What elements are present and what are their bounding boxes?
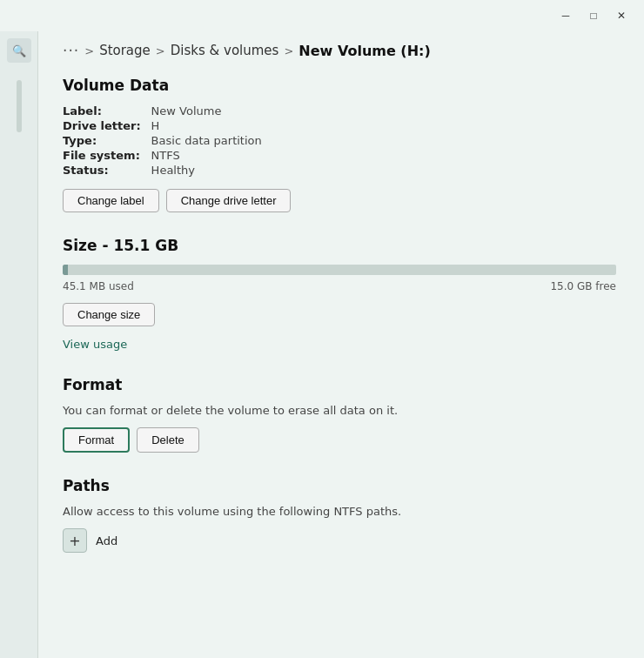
title-bar: ─ □ ✕ <box>0 0 644 31</box>
add-path-row: + Add <box>63 528 616 553</box>
format-section: Format You can format or delete the volu… <box>63 376 616 453</box>
breadcrumb-ellipsis[interactable]: ··· <box>63 42 79 59</box>
window: ─ □ ✕ 🔍 ··· > Storage > Disks & volumes … <box>0 0 644 658</box>
type-label: Type: <box>63 134 141 147</box>
volume-data-section: Volume Data Label: New Volume Drive lett… <box>63 77 616 212</box>
size-progress-fill <box>63 265 68 275</box>
sidebar: 🔍 <box>0 31 38 658</box>
sidebar-scrollbar <box>17 80 22 132</box>
change-label-button[interactable]: Change label <box>63 189 159 212</box>
breadcrumb-sep-3: > <box>284 44 293 57</box>
drive-letter-label: Drive letter: <box>63 119 141 132</box>
paths-title: Paths <box>63 477 616 494</box>
size-progress-bar <box>63 265 616 275</box>
file-system-value: NTFS <box>151 149 616 162</box>
used-label: 45.1 MB used <box>63 280 134 292</box>
add-label: Add <box>96 534 117 547</box>
breadcrumb-disks-volumes[interactable]: Disks & volumes <box>171 43 279 58</box>
breadcrumb-current: New Volume (H:) <box>299 43 430 59</box>
search-icon[interactable]: 🔍 <box>7 38 31 63</box>
paths-description: Allow access to this volume using the fo… <box>63 505 616 518</box>
format-description: You can format or delete the volume to e… <box>63 404 616 417</box>
type-value: Basic data partition <box>151 134 616 147</box>
minimize-button[interactable]: ─ <box>553 7 578 24</box>
format-title: Format <box>63 376 616 393</box>
size-title: Size - 15.1 GB <box>63 237 616 254</box>
change-drive-letter-button[interactable]: Change drive letter <box>166 189 292 212</box>
volume-data-table: Label: New Volume Drive letter: H Type: … <box>63 104 616 177</box>
format-button[interactable]: Format <box>63 427 130 453</box>
volume-data-buttons: Change label Change drive letter <box>63 189 616 212</box>
paths-section: Paths Allow access to this volume using … <box>63 477 616 553</box>
change-size-button[interactable]: Change size <box>63 303 155 326</box>
file-system-label: File system: <box>63 149 141 162</box>
add-path-button[interactable]: + <box>63 528 87 553</box>
free-label: 15.0 GB free <box>550 280 616 292</box>
status-label: Status: <box>63 164 141 177</box>
view-usage-link[interactable]: View usage <box>63 338 127 351</box>
label-label: Label: <box>63 104 141 118</box>
size-section: Size - 15.1 GB 45.1 MB used 15.0 GB free… <box>63 237 616 352</box>
breadcrumb-sep-1: > <box>84 44 94 57</box>
size-labels: 45.1 MB used 15.0 GB free <box>63 280 616 292</box>
breadcrumb-sep-2: > <box>156 44 165 57</box>
main-content: ··· > Storage > Disks & volumes > New Vo… <box>38 31 644 658</box>
drive-letter-value: H <box>151 119 616 132</box>
format-buttons: Format Delete <box>63 427 616 453</box>
volume-data-title: Volume Data <box>63 77 616 94</box>
status-value: Healthy <box>151 164 616 177</box>
delete-button[interactable]: Delete <box>137 427 199 453</box>
breadcrumb: ··· > Storage > Disks & volumes > New Vo… <box>63 42 616 59</box>
size-buttons: Change size <box>63 303 616 326</box>
breadcrumb-storage[interactable]: Storage <box>99 43 151 58</box>
maximize-button[interactable]: □ <box>581 7 606 24</box>
label-value: New Volume <box>151 104 616 118</box>
close-button[interactable]: ✕ <box>609 7 634 24</box>
